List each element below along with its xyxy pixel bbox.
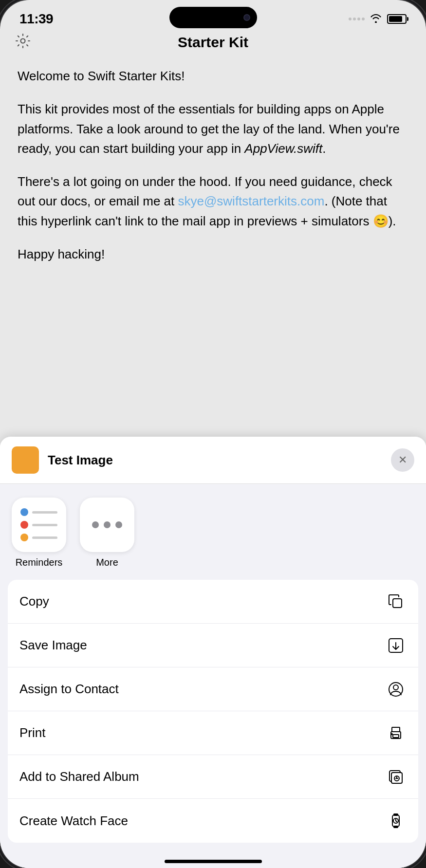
main-text-area: Welcome to Swift Starter Kits! This kit …: [0, 58, 426, 437]
save-image-icon: [385, 635, 407, 656]
copy-action[interactable]: Copy: [8, 580, 418, 624]
more-icon: [80, 498, 134, 552]
share-app-reminders[interactable]: Reminders: [12, 498, 66, 568]
shared-album-action[interactable]: Add to Shared Album: [8, 755, 418, 799]
phone-frame: 11:39: [0, 0, 426, 868]
share-close-button[interactable]: ✕: [391, 448, 414, 472]
welcome-paragraph: Welcome to Swift Starter Kits!: [18, 66, 408, 86]
svg-point-7: [391, 734, 392, 735]
save-image-action[interactable]: Save Image: [8, 624, 418, 667]
home-indicator: [0, 849, 426, 868]
battery-icon: [387, 14, 407, 24]
signal-icon: [349, 18, 365, 20]
share-item-thumbnail: [12, 446, 39, 474]
share-apps-row: Reminders More: [0, 484, 426, 580]
save-image-label: Save Image: [19, 638, 87, 653]
print-label: Print: [19, 725, 45, 740]
description-paragraph: This kit provides most of the essentials…: [18, 99, 408, 158]
assign-contact-action[interactable]: Assign to Contact: [8, 667, 418, 711]
home-bar: [165, 860, 262, 863]
email-link[interactable]: skye@swiftstarterkits.com: [178, 194, 324, 208]
nav-bar: Starter Kit: [0, 29, 426, 58]
close-icon: ✕: [398, 455, 407, 465]
status-icons: [349, 13, 407, 25]
closing-paragraph: Happy hacking!: [18, 244, 408, 264]
share-item-name: Test Image: [48, 453, 113, 468]
share-item-preview: Test Image: [12, 446, 113, 474]
print-icon: [385, 722, 407, 744]
copy-icon: [385, 591, 407, 612]
share-sheet: Test Image ✕: [0, 437, 426, 868]
svg-point-4: [393, 685, 398, 690]
watch-face-action[interactable]: Create Watch Face: [8, 799, 418, 843]
assign-contact-label: Assign to Contact: [19, 682, 119, 697]
dynamic-island: [169, 7, 257, 28]
svg-point-0: [21, 38, 25, 43]
guidance-paragraph: There's a lot going on under the hood. I…: [18, 172, 408, 231]
print-action[interactable]: Print: [8, 711, 418, 755]
share-header: Test Image ✕: [0, 437, 426, 484]
assign-contact-icon: [385, 679, 407, 700]
page-title: Starter Kit: [178, 34, 248, 51]
share-actions-list: Copy Save Image: [8, 580, 418, 843]
app-content: Starter Kit Welcome to Swift Starter Kit…: [0, 29, 426, 868]
more-label: More: [96, 557, 118, 568]
wifi-icon: [370, 13, 382, 25]
reminders-icon: [12, 498, 66, 552]
svg-rect-1: [393, 599, 402, 608]
status-bar: 11:39: [0, 0, 426, 29]
reminders-label: Reminders: [16, 557, 63, 568]
status-time: 11:39: [19, 11, 53, 27]
phone-screen: 11:39: [0, 0, 426, 868]
shared-album-label: Add to Shared Album: [19, 769, 139, 784]
settings-icon[interactable]: [15, 33, 31, 53]
camera-indicator: [243, 14, 250, 21]
copy-label: Copy: [19, 594, 49, 609]
shared-album-icon: [385, 766, 407, 788]
watch-face-label: Create Watch Face: [19, 813, 128, 829]
svg-rect-6: [393, 735, 399, 738]
watch-face-icon: [385, 810, 407, 831]
share-app-more[interactable]: More: [80, 498, 134, 568]
